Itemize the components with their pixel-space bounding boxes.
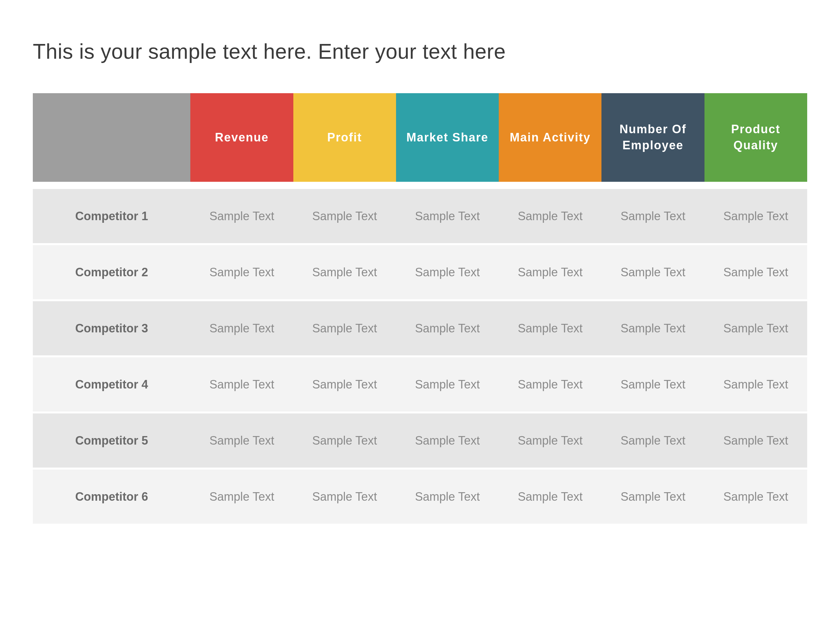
header-number-of-employee: Number Of Employee	[602, 93, 704, 182]
table-cell: Sample Text	[190, 357, 293, 412]
row-label: Competitor 6	[33, 469, 190, 524]
table-cell: Sample Text	[499, 189, 602, 243]
table-cell: Sample Text	[602, 301, 704, 355]
table-cell: Sample Text	[396, 414, 499, 467]
table-cell: Sample Text	[602, 357, 704, 412]
row-label: Competitor 4	[33, 357, 190, 412]
table-cell: Sample Text	[704, 189, 807, 243]
table-cell: Sample Text	[190, 469, 293, 524]
header-blank	[33, 93, 190, 182]
table-row: Competitor 1 Sample Text Sample Text Sam…	[33, 189, 807, 243]
table-cell: Sample Text	[190, 414, 293, 467]
row-label: Competitor 2	[33, 245, 190, 299]
table-row: Competitor 5 Sample Text Sample Text Sam…	[33, 414, 807, 467]
table-cell: Sample Text	[396, 245, 499, 299]
row-label: Competitor 3	[33, 301, 190, 355]
table-cell: Sample Text	[499, 301, 602, 355]
competitor-table: Revenue Profit Market Share Main Activit…	[33, 93, 807, 524]
table-cell: Sample Text	[293, 245, 396, 299]
table-cell: Sample Text	[499, 414, 602, 467]
header-main-activity: Main Activity	[499, 93, 602, 182]
table-cell: Sample Text	[396, 189, 499, 243]
table-cell: Sample Text	[396, 357, 499, 412]
table-cell: Sample Text	[704, 245, 807, 299]
table-cell: Sample Text	[499, 357, 602, 412]
table-cell: Sample Text	[190, 301, 293, 355]
row-label: Competitor 1	[33, 189, 190, 243]
table-cell: Sample Text	[293, 414, 396, 467]
table-cell: Sample Text	[602, 469, 704, 524]
table-cell: Sample Text	[190, 189, 293, 243]
table-cell: Sample Text	[293, 301, 396, 355]
header-revenue: Revenue	[190, 93, 293, 182]
header-divider	[33, 182, 807, 189]
header-product-quality: Product Quality	[704, 93, 807, 182]
table-cell: Sample Text	[602, 189, 704, 243]
table-cell: Sample Text	[704, 414, 807, 467]
table-cell: Sample Text	[704, 469, 807, 524]
header-market-share: Market Share	[396, 93, 499, 182]
row-label: Competitor 5	[33, 414, 190, 467]
table-cell: Sample Text	[396, 469, 499, 524]
table-row: Competitor 2 Sample Text Sample Text Sam…	[33, 245, 807, 299]
table-header-row: Revenue Profit Market Share Main Activit…	[33, 93, 807, 182]
page-title: This is your sample text here. Enter you…	[33, 39, 807, 64]
header-profit: Profit	[293, 93, 396, 182]
table-cell: Sample Text	[293, 469, 396, 524]
table-cell: Sample Text	[704, 301, 807, 355]
table-cell: Sample Text	[293, 189, 396, 243]
table-row: Competitor 6 Sample Text Sample Text Sam…	[33, 469, 807, 524]
table-cell: Sample Text	[499, 469, 602, 524]
table-cell: Sample Text	[602, 414, 704, 467]
table-cell: Sample Text	[396, 301, 499, 355]
table-row: Competitor 3 Sample Text Sample Text Sam…	[33, 301, 807, 355]
table-cell: Sample Text	[602, 245, 704, 299]
table-cell: Sample Text	[293, 357, 396, 412]
table-row: Competitor 4 Sample Text Sample Text Sam…	[33, 357, 807, 412]
table-cell: Sample Text	[704, 357, 807, 412]
table-cell: Sample Text	[499, 245, 602, 299]
table-cell: Sample Text	[190, 245, 293, 299]
